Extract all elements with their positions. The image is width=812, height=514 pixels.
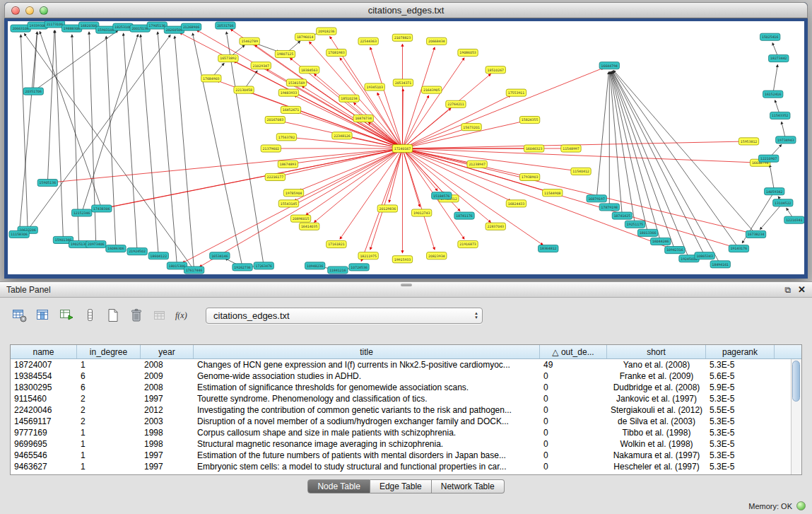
graph-node[interactable]: 18013366: [637, 229, 657, 236]
table-row[interactable]: 2242004622012Investigating the contribut…: [11, 404, 791, 416]
graph-node[interactable]: 15341569: [286, 79, 306, 86]
table-row[interactable]: 1938455462009Genome-wide association stu…: [11, 370, 791, 382]
cell-title[interactable]: Disruption of a novel member of a sodium…: [194, 416, 540, 426]
float-panel-icon[interactable]: ⧉: [785, 286, 792, 294]
graph-node[interactable]: 20973406: [86, 240, 106, 247]
citation-edge[interactable]: [613, 71, 755, 235]
graph-node[interactable]: 20896015: [290, 215, 310, 222]
graph-node[interactable]: 17263476: [254, 262, 273, 269]
tab-edge-table[interactable]: Edge Table: [370, 479, 432, 493]
graph-node[interactable]: 15462789: [240, 37, 259, 45]
cell-name[interactable]: 9115460: [11, 394, 77, 404]
graph-node[interactable]: 16046323: [524, 145, 543, 152]
graph-node[interactable]: 15953812: [739, 138, 758, 145]
graph-node[interactable]: 17161821: [326, 240, 346, 247]
cell-title[interactable]: Estimation of the future numbers of pati…: [194, 450, 540, 460]
citation-edge[interactable]: [175, 36, 194, 270]
function-builder-icon[interactable]: f(x): [174, 306, 192, 325]
graph-node[interactable]: 15025416: [760, 33, 780, 40]
column-header-out_degree[interactable]: △ out_de...: [540, 345, 607, 358]
hub-citation-edge[interactable]: [281, 148, 402, 175]
graph-node[interactable]: 16876734: [353, 115, 373, 122]
graph-node[interactable]: 16644794: [599, 62, 619, 69]
graph-node[interactable]: 21029347: [251, 62, 271, 69]
tab-network-table[interactable]: Network Table: [432, 479, 505, 493]
cell-out_degree[interactable]: 0: [540, 462, 607, 472]
import-table-icon[interactable]: [151, 306, 169, 325]
graph-node[interactable]: 10865343: [695, 252, 714, 259]
cell-pagerank[interactable]: 5.3E-5: [706, 416, 775, 426]
graph-node[interactable]: 16879197: [587, 195, 606, 202]
cell-pagerank[interactable]: 5.3E-5: [706, 450, 775, 460]
graph-node[interactable]: 20351706: [23, 88, 43, 95]
graph-node[interactable]: 11841216: [328, 267, 348, 274]
graph-node[interactable]: 22764211: [446, 100, 466, 107]
hub-citation-edge[interactable]: [402, 148, 510, 201]
graph-node[interactable]: 18364812: [539, 245, 558, 252]
table-row[interactable]: 911546021997Tourette syndrome. Phenomeno…: [11, 393, 791, 404]
graph-node[interactable]: 19483933: [278, 89, 298, 96]
cell-out_degree[interactable]: 49: [540, 360, 607, 370]
cell-in_degree[interactable]: 1: [77, 428, 141, 438]
row-selector-icon[interactable]: [81, 306, 99, 325]
citation-edge[interactable]: [760, 203, 782, 230]
cell-name[interactable]: 14569117: [11, 416, 77, 426]
cell-year[interactable]: 2009: [141, 371, 194, 381]
graph-node[interactable]: 18741425: [612, 212, 632, 219]
graph-node[interactable]: 21238947: [467, 160, 487, 168]
column-header-title[interactable]: title: [194, 345, 540, 358]
graph-node[interactable]: 16086306: [106, 245, 126, 252]
graph-node[interactable]: 19734943: [776, 136, 796, 144]
cell-name[interactable]: 9777169: [11, 428, 77, 438]
scrollbar-thumb[interactable]: [792, 361, 800, 402]
cell-year[interactable]: 2012: [141, 405, 194, 415]
graph-node[interactable]: 22837043: [486, 223, 505, 230]
citation-edge[interactable]: [141, 35, 158, 256]
graph-node[interactable]: 19807125: [275, 50, 295, 57]
cell-short[interactable]: de Silva et al. (2003): [607, 416, 706, 426]
cell-year[interactable]: 2008: [141, 360, 194, 370]
cell-title[interactable]: Estimation of significance thresholds fo…: [194, 382, 540, 392]
graph-node[interactable]: 18796014: [295, 33, 314, 40]
close-panel-icon[interactable]: ✕: [798, 286, 806, 294]
citation-edge[interactable]: [33, 32, 37, 91]
graph-node[interactable]: 22130458: [234, 86, 254, 93]
graph-node[interactable]: 16152416: [763, 90, 783, 98]
zoom-button[interactable]: [40, 6, 48, 15]
cell-title[interactable]: Tourette syndrome. Phenomenology and cla…: [194, 394, 540, 404]
cell-year[interactable]: 1997: [141, 462, 194, 472]
graph-node[interactable]: 16044246: [651, 238, 671, 245]
column-header-name[interactable]: name: [11, 345, 77, 358]
hub-citation-edge[interactable]: [199, 148, 402, 267]
cell-out_degree[interactable]: 0: [540, 450, 607, 460]
graph-node[interactable]: 14059342: [765, 188, 784, 195]
graph-node[interactable]: 17938903: [519, 173, 539, 180]
cell-name[interactable]: 9699695: [11, 439, 77, 449]
hub-citation-edge[interactable]: [370, 148, 403, 250]
cell-pagerank[interactable]: 5.9E-5: [706, 382, 775, 392]
select-columns-icon[interactable]: [34, 306, 52, 325]
cell-out_degree[interactable]: 0: [540, 439, 607, 449]
graph-node[interactable]: 15673201: [461, 124, 481, 131]
graph-node[interactable]: 16573892: [218, 55, 238, 62]
citation-edge[interactable]: [611, 72, 635, 225]
cell-in_degree[interactable]: 2: [77, 405, 141, 415]
new-document-icon[interactable]: [104, 306, 122, 325]
cell-out_degree[interactable]: 0: [540, 428, 607, 438]
graph-node[interactable]: 20534371: [393, 79, 413, 86]
cell-out_degree[interactable]: 0: [540, 394, 607, 404]
network-view[interactable]: 1604632315824355175539111851026719086053…: [4, 18, 808, 279]
graph-node[interactable]: 13104522: [773, 199, 793, 206]
citation-edge[interactable]: [20, 35, 28, 230]
graph-node[interactable]: 21916873: [458, 240, 478, 247]
cell-short[interactable]: Yano et al. (2008): [607, 360, 706, 370]
graph-node[interactable]: 16414035: [299, 223, 319, 230]
graph-node[interactable]: 15543145: [278, 200, 298, 207]
edit-table-icon[interactable]: [57, 306, 76, 325]
delete-table-icon[interactable]: [127, 306, 146, 325]
cell-name[interactable]: 18724007: [11, 360, 77, 370]
hub-citation-edge[interactable]: [377, 93, 403, 148]
graph-node[interactable]: 18674893: [278, 160, 298, 168]
cell-pagerank[interactable]: 5.3E-5: [706, 428, 775, 438]
table-row[interactable]: 969969511998Structural magnetic resonanc…: [11, 438, 791, 450]
